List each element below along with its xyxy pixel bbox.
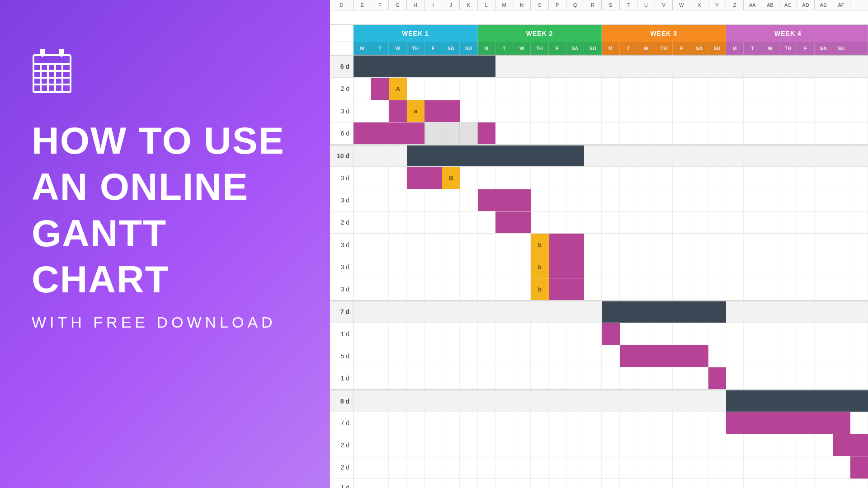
gantt-task-bar xyxy=(726,412,850,434)
col-header: P xyxy=(549,0,566,10)
gantt-day-cell xyxy=(442,301,460,322)
col-header: Z xyxy=(726,0,744,10)
title-line-1: HOW TO USE xyxy=(32,117,298,164)
gantt-day-cell xyxy=(779,323,797,345)
gantt-day-cell xyxy=(708,167,726,188)
gantt-day-cell xyxy=(761,323,779,345)
gantt-task-bar xyxy=(850,456,868,478)
gantt-day-cell xyxy=(513,323,531,345)
gantt-day-cell xyxy=(620,234,637,255)
gantt-day-cell xyxy=(371,390,389,411)
gantt-day-cell xyxy=(815,78,832,99)
gantt-day-cell xyxy=(425,323,442,345)
gantt-day-cell xyxy=(602,56,619,77)
duration-label: 1 d xyxy=(330,323,354,345)
gantt-day-cell xyxy=(354,211,371,233)
gantt-day-cell xyxy=(584,256,602,278)
dow-header: SA xyxy=(566,42,584,56)
gantt-task-row: 1 d xyxy=(330,479,868,488)
gantt-day-cell xyxy=(407,434,425,456)
gantt-day-cell xyxy=(389,323,406,345)
gantt-day-cell xyxy=(513,301,531,322)
col-header: S xyxy=(602,0,619,10)
gantt-day-cell xyxy=(655,256,673,278)
gantt-day-cell xyxy=(797,78,815,99)
gantt-day-cell xyxy=(815,301,832,322)
gantt-day-cell xyxy=(566,412,584,434)
gantt-milestone: A xyxy=(389,78,406,99)
gantt-day-cell xyxy=(478,301,495,322)
calendar-icon xyxy=(32,49,72,96)
gantt-day-cell xyxy=(726,167,744,188)
gantt-day-cell xyxy=(584,456,602,478)
gantt-day-cell xyxy=(407,234,425,255)
duration-label: 10 d xyxy=(330,145,354,166)
gantt-day-cell xyxy=(389,211,406,233)
gantt-day-cell xyxy=(584,278,602,300)
svg-rect-5 xyxy=(60,50,63,53)
dow-header: SU xyxy=(832,42,850,56)
gantt-day-cell xyxy=(726,145,744,166)
gantt-task-row: 2 d xyxy=(330,211,868,234)
gantt-day-cell xyxy=(832,323,850,345)
gantt-day-cell xyxy=(371,145,389,166)
gantt-day-cell xyxy=(531,301,548,322)
gantt-day-cell xyxy=(797,211,815,233)
gantt-day-cell xyxy=(761,256,779,278)
gantt-day-cell xyxy=(655,278,673,300)
gantt-day-cell xyxy=(602,367,619,389)
gantt-day-cell xyxy=(797,100,815,122)
week-header: WEEK 3 xyxy=(602,25,726,42)
dow-header: SU xyxy=(708,42,726,56)
gantt-day-cell xyxy=(354,434,371,456)
gantt-day-cell xyxy=(531,412,548,434)
gantt-day-cell xyxy=(602,78,619,99)
gantt-day-cell xyxy=(655,167,673,188)
gantt-day-cell xyxy=(815,211,832,233)
gantt-task-bar xyxy=(478,189,531,211)
dow-header: T xyxy=(495,42,513,56)
gantt-day-cell xyxy=(513,434,531,456)
duration-label: 3 d xyxy=(330,256,354,278)
gantt-day-cell xyxy=(584,78,602,99)
gantt-day-cell xyxy=(761,56,779,77)
gantt-day-cell xyxy=(389,145,406,166)
gantt-day-cell xyxy=(513,367,531,389)
gantt-day-cell xyxy=(708,278,726,300)
gantt-day-cell xyxy=(744,211,761,233)
gantt-day-cell xyxy=(726,345,744,367)
col-header: T xyxy=(620,0,637,10)
gantt-day-cell xyxy=(744,479,761,488)
gantt-day-cell xyxy=(407,211,425,233)
gantt-day-cell xyxy=(673,100,690,122)
gantt-day-cell xyxy=(620,56,637,77)
gantt-day-cell xyxy=(389,345,406,367)
gantt-summary-bar xyxy=(726,390,868,411)
gantt-day-cell xyxy=(726,367,744,389)
gantt-day-cell xyxy=(690,56,708,77)
gantt-day-cell xyxy=(371,278,389,300)
gantt-day-cell xyxy=(478,278,495,300)
gantt-task-row: 1 d xyxy=(330,323,868,345)
gantt-day-cell xyxy=(425,412,442,434)
gantt-day-cell xyxy=(354,345,371,367)
gantt-day-cell xyxy=(513,167,531,188)
gantt-day-cell xyxy=(478,211,495,233)
gantt-day-cell xyxy=(779,122,797,144)
gantt-day-cell xyxy=(726,211,744,233)
gantt-day-cell xyxy=(637,456,655,478)
gantt-day-cell xyxy=(832,100,850,122)
dow-header-overflow xyxy=(850,42,868,56)
gantt-day-cell xyxy=(726,78,744,99)
gantt-day-cell xyxy=(690,100,708,122)
gantt-day-cell xyxy=(425,256,442,278)
col-header: AE xyxy=(815,0,832,10)
gantt-day-cell xyxy=(495,78,513,99)
gantt-day-cell xyxy=(584,100,602,122)
gantt-milestone: a xyxy=(407,100,425,122)
gantt-day-cell xyxy=(549,434,566,456)
hero-panel: HOW TO USE AN ONLINE GANTT CHART WITH FR… xyxy=(0,0,330,488)
duration-label: 2 d xyxy=(330,211,354,233)
gantt-day-cell xyxy=(779,100,797,122)
col-header: R xyxy=(584,0,602,10)
